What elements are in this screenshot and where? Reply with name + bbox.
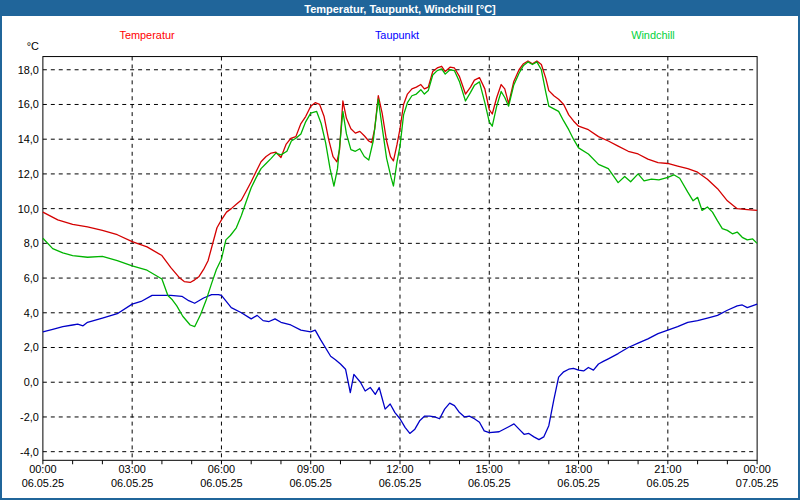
- y-tick-label: 6,0: [24, 272, 39, 284]
- x-tick-date: 06.05.25: [468, 477, 510, 489]
- x-tick-date: 06.05.25: [289, 477, 331, 489]
- legend-label-temperatur: Temperatur: [119, 29, 175, 41]
- y-tick-label: -2,0: [20, 411, 39, 423]
- x-tick-time: 00:00: [29, 463, 56, 475]
- y-tick-label: 4,0: [24, 307, 39, 319]
- title-bar: Temperatur, Taupunkt, Windchill [°C]: [2, 2, 798, 16]
- x-tick-date: 06.05.25: [22, 477, 64, 489]
- y-tick-label: 18,0: [18, 64, 39, 76]
- y-tick-label: 14,0: [18, 133, 39, 145]
- chart-canvas: 18,016,014,012,010,08,06,04,02,00,0-2,0-…: [2, 2, 798, 498]
- y-tick-label: 16,0: [18, 98, 39, 110]
- x-tick-time: 12:00: [386, 463, 413, 475]
- x-tick-date: 06.05.25: [379, 477, 421, 489]
- window-title: Temperatur, Taupunkt, Windchill [°C]: [304, 3, 496, 15]
- y-tick-label: 0,0: [24, 376, 39, 388]
- x-tick-date: 07.05.25: [736, 477, 778, 489]
- app-window: 18,016,014,012,010,08,06,04,02,00,0-2,0-…: [0, 0, 800, 500]
- x-tick-time: 00:00: [743, 463, 770, 475]
- y-tick-label: 8,0: [24, 237, 39, 249]
- legend-label-windchill: Windchill: [631, 29, 675, 41]
- x-tick-time: 18:00: [565, 463, 592, 475]
- x-tick-date: 06.05.25: [647, 477, 689, 489]
- x-tick-time: 15:00: [476, 463, 503, 475]
- x-tick-date: 06.05.25: [557, 477, 599, 489]
- x-tick-time: 03:00: [119, 463, 146, 475]
- y-tick-label: -4,0: [20, 446, 39, 458]
- y-tick-label: 12,0: [18, 168, 39, 180]
- x-tick-time: 09:00: [297, 463, 324, 475]
- legend-label-taupunkt: Taupunkt: [375, 29, 419, 41]
- x-tick-time: 21:00: [654, 463, 681, 475]
- x-tick-date: 06.05.25: [200, 477, 242, 489]
- y-axis-unit: °C: [27, 40, 39, 52]
- y-tick-label: 10,0: [18, 203, 39, 215]
- x-tick-date: 06.05.25: [111, 477, 153, 489]
- x-tick-time: 06:00: [208, 463, 235, 475]
- y-tick-label: 2,0: [24, 341, 39, 353]
